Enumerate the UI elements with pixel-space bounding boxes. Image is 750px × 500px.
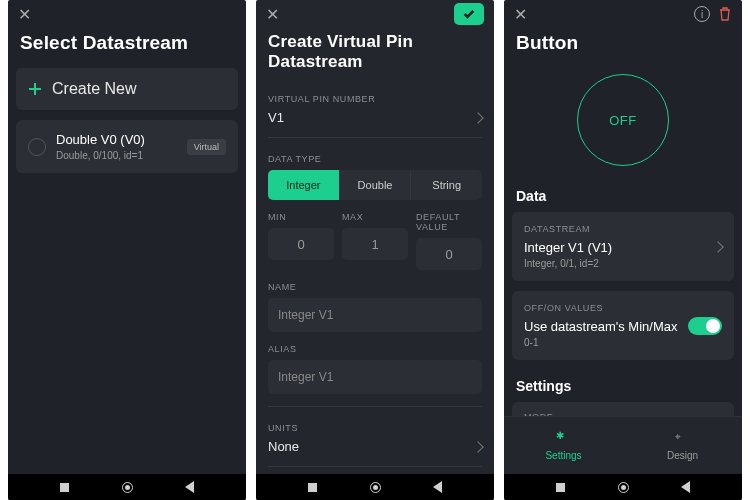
- pin-label: VIRTUAL PIN NUMBER: [268, 94, 482, 104]
- chevron-right-icon: [712, 241, 723, 252]
- nav-recent-icon[interactable]: [556, 483, 565, 492]
- nav-home-icon[interactable]: [370, 482, 381, 493]
- ds-label: DATASTREAM: [524, 224, 714, 234]
- chevron-right-icon: [472, 112, 483, 123]
- chevron-right-icon: [472, 441, 483, 452]
- android-navbar: [504, 474, 742, 500]
- android-navbar: [256, 474, 494, 500]
- settings-section-head: Settings: [504, 370, 742, 402]
- units-value: None: [268, 439, 299, 454]
- onoff-values-row[interactable]: OFF/ON VALUES Use datastream's Min/Max 0…: [512, 291, 734, 360]
- def-label: DEFAULT VALUE: [416, 212, 482, 232]
- name-input[interactable]: Integer V1: [268, 298, 482, 332]
- max-input[interactable]: 1: [342, 228, 408, 260]
- min-input[interactable]: 0: [268, 228, 334, 260]
- units-label: UNITS: [268, 423, 482, 433]
- onoff-toggle[interactable]: [688, 317, 722, 335]
- ds-value: Integer V1 (V1): [524, 240, 714, 255]
- datastream-name: Double V0 (V0): [56, 132, 177, 147]
- nav-back-icon[interactable]: [681, 481, 690, 493]
- datastream-sub: Double, 0/100, id=1: [56, 150, 177, 161]
- page-title: Create Virtual Pin Datastream: [256, 28, 494, 86]
- nav-recent-icon[interactable]: [60, 483, 69, 492]
- units-selector[interactable]: None: [268, 439, 482, 454]
- tab-settings[interactable]: ✱ Settings: [504, 417, 623, 474]
- page-title: Select Datastream: [8, 28, 246, 68]
- data-section-head: Data: [504, 180, 742, 212]
- dtype-option-double[interactable]: Double: [340, 170, 412, 200]
- create-new-label: Create New: [52, 80, 136, 98]
- spray-icon: ⌖: [675, 431, 691, 447]
- trash-icon[interactable]: [718, 6, 732, 22]
- panel-create-datastream: ✕ Create Virtual Pin Datastream VIRTUAL …: [256, 0, 494, 500]
- dtype-option-string[interactable]: String: [411, 170, 482, 200]
- panel-select-datastream: ✕ Select Datastream Create New Double V0…: [8, 0, 246, 500]
- onoff-value: Use datastream's Min/Max: [524, 319, 688, 334]
- android-navbar: [8, 474, 246, 500]
- close-icon[interactable]: ✕: [266, 5, 279, 24]
- check-icon: [462, 7, 476, 21]
- info-icon[interactable]: i: [694, 6, 710, 22]
- tab-design[interactable]: ⌖ Design: [623, 417, 742, 474]
- onoff-sub: 0-1: [524, 337, 688, 348]
- virtual-badge: Virtual: [187, 139, 226, 155]
- max-label: MAX: [342, 212, 408, 222]
- nav-recent-icon[interactable]: [308, 483, 317, 492]
- dtype-label: DATA TYPE: [268, 154, 482, 164]
- radio-icon: [28, 138, 46, 156]
- alias-label: ALIAS: [268, 344, 482, 354]
- nav-home-icon[interactable]: [618, 482, 629, 493]
- tab-settings-label: Settings: [545, 450, 581, 461]
- onoff-label: OFF/ON VALUES: [524, 303, 688, 313]
- datastream-select-row[interactable]: DATASTREAM Integer V1 (V1) Integer, 0/1,…: [512, 212, 734, 281]
- plus-icon: [28, 82, 42, 96]
- dtype-option-integer[interactable]: Integer: [268, 170, 340, 200]
- def-input[interactable]: 0: [416, 238, 482, 270]
- tab-design-label: Design: [667, 450, 698, 461]
- nav-back-icon[interactable]: [185, 481, 194, 493]
- confirm-button[interactable]: [454, 3, 484, 25]
- widget-state-text: OFF: [609, 113, 637, 128]
- dtype-segmented[interactable]: Integer Double String: [268, 170, 482, 200]
- datastream-item[interactable]: Double V0 (V0) Double, 0/100, id=1 Virtu…: [16, 120, 238, 173]
- alias-input[interactable]: Integer V1: [268, 360, 482, 394]
- widget-preview-button[interactable]: OFF: [577, 74, 669, 166]
- nav-home-icon[interactable]: [122, 482, 133, 493]
- ds-sub: Integer, 0/1, id=2: [524, 258, 714, 269]
- panel-button-widget: ✕ i Button OFF Data DATASTREAM Integer V…: [504, 0, 742, 500]
- bottom-tabbar: ✱ Settings ⌖ Design: [504, 416, 742, 474]
- name-label: NAME: [268, 282, 482, 292]
- page-title: Button: [504, 28, 742, 68]
- close-icon[interactable]: ✕: [514, 5, 527, 24]
- pin-selector[interactable]: V1: [268, 110, 482, 125]
- min-label: MIN: [268, 212, 334, 222]
- create-new-button[interactable]: Create New: [16, 68, 238, 110]
- gear-icon: ✱: [556, 431, 572, 447]
- pin-value: V1: [268, 110, 284, 125]
- close-icon[interactable]: ✕: [18, 5, 31, 24]
- nav-back-icon[interactable]: [433, 481, 442, 493]
